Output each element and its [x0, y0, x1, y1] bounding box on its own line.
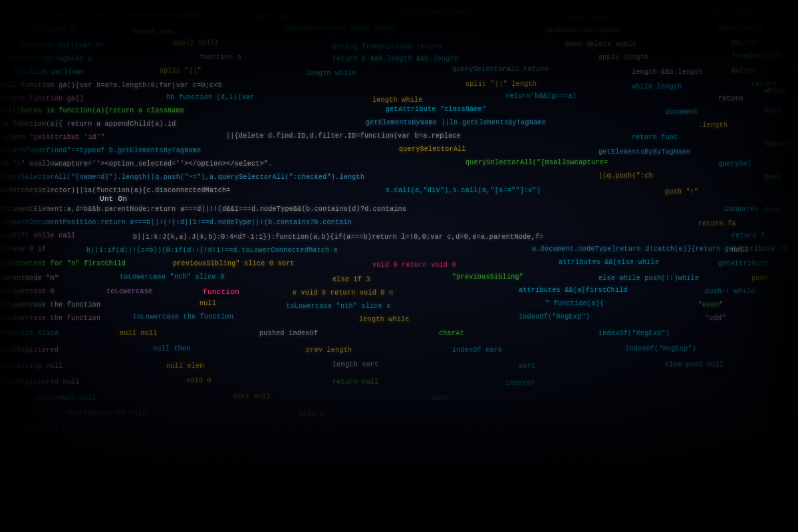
code-line: "odd" — [705, 314, 726, 323]
code-line: else while push(!!)while — [598, 274, 699, 283]
code-line: parentNode "n" — [0, 274, 59, 283]
code-line: return b &&b.length &&b.length — [332, 55, 458, 64]
code-line: previousSibling" slice 0 sort — [173, 259, 295, 269]
code-line: length while — [306, 69, 356, 78]
code-line: function ga(){var b= — [20, 41, 104, 51]
code-line: apply split — [253, 12, 295, 21]
code-line: apply length — [718, 24, 763, 33]
code-line: sort — [519, 362, 535, 371]
code-line: return — [718, 94, 743, 104]
code-line: function — [203, 287, 239, 297]
code-line: push "!" — [665, 188, 698, 197]
code-line: return — [765, 140, 790, 149]
code-line: return"undefined"!=typeof b.getElementsB… — [0, 146, 201, 156]
code-line: getElementsByTagName — [545, 27, 621, 35]
code-line: querySel — [718, 160, 751, 169]
code-line: indexOf("RegExp") — [598, 329, 670, 338]
code-line: length while — [359, 315, 410, 325]
code-line: void 0 return void 0 — [372, 261, 456, 270]
code-line: ||{delete d.find.ID,d.filter.ID=function… — [226, 132, 461, 141]
code-line: testString null — [0, 362, 63, 371]
code-line: attributes &&(a[firstChild — [519, 286, 628, 295]
code-line: null — [765, 106, 781, 116]
code-line: null elem — [166, 362, 204, 371]
code-line: apply length — [598, 53, 649, 63]
code-line: func — [765, 206, 781, 215]
code-line: testRegistered — [0, 346, 59, 355]
code-line: sort null — [233, 392, 271, 402]
code-line: return'b&&(g===a) — [505, 92, 577, 101]
code-line: getAttribute — [718, 259, 769, 269]
code-line: b||1:k:J(k,a).J(k,b):0:4<d?-1:1}):functi… — [133, 233, 544, 242]
code-line: return fa — [698, 219, 736, 229]
code-line: indexOf("RegExp") — [625, 344, 696, 354]
code-line: getElementsByTagName a — [0, 55, 92, 64]
code-line: querySelectorAll("[msallowcapture= — [466, 158, 608, 168]
code-line: toLowercase "nth" slice s — [286, 302, 391, 311]
code-line: String fromCharCode — [698, 9, 770, 18]
code-line: s.call(a,"div"),s.call(a,"[s!=""]:x") — [386, 186, 541, 196]
code-line: return function ga() — [0, 94, 84, 104]
code-line: return null — [332, 378, 378, 387]
code-line: documentElement:a,d=b&&b.parentNode;retu… — [0, 205, 406, 214]
code-text-layer: function(){var a=b.getElementsByTagNamea… — [0, 0, 798, 532]
code-line: push — [432, 394, 449, 403]
code-line: split "||" — [160, 66, 201, 76]
code-line: elem push null — [665, 360, 724, 370]
code-line: length &&b.length — [632, 68, 703, 77]
code-line: function ga(){var — [13, 68, 84, 77]
code-line: apply split — [173, 39, 219, 48]
code-line: null then — [153, 344, 191, 354]
code-line: null — [200, 299, 216, 309]
code-line: "previousSibling" — [452, 273, 523, 282]
code-line: "even" — [698, 301, 724, 310]
code-line: getElementsByByTagName — [598, 148, 691, 157]
code-background: function(){var a=b.getElementsByTagNamea… — [0, 0, 798, 532]
code-line: return "getAttribut 'id'" — [0, 133, 105, 142]
code-line: length test — [133, 28, 175, 37]
code-line: null null — [120, 329, 158, 338]
code-line: attributes ia function(a){return a class… — [0, 106, 184, 116]
code-line: attributes &&(else while — [559, 258, 659, 267]
code-line: toLowercase 0 — [0, 287, 55, 297]
code-line: compares — [725, 205, 758, 214]
code-line: byTagName a — [33, 25, 75, 34]
code-line: null function ga(){var b=a?a.length:0;fo… — [0, 81, 222, 90]
code-line: e void 0 return void 0 n — [293, 289, 393, 298]
code-line: toLowercase "nth" slice 0 — [120, 273, 225, 282]
code-line: testRegistered null — [66, 409, 146, 418]
code-line: toLowercase — [106, 287, 152, 297]
code-line: return func — [632, 133, 678, 142]
code-line: push delete apply — [565, 40, 636, 49]
code-line: String fromCharCode — [399, 8, 471, 17]
code-line: delete — [732, 66, 757, 76]
code-line: testRegistered null — [0, 378, 80, 387]
code-line: testLength null — [33, 394, 96, 403]
code-line: compareDocumentPosition:return a===b||!(… — [0, 218, 352, 227]
code-line: index0f — [505, 379, 535, 388]
code-line: erCase 0 if — [0, 245, 46, 254]
code-line: .length — [698, 121, 728, 130]
code-line: null — [732, 246, 748, 255]
code-line: toLowercase the function — [0, 314, 100, 323]
code-line: b||1:if(d||!(c=b)){0:if(d!!{!d!1!==d.toL… — [86, 246, 338, 255]
code-line: String fromCharCode return — [332, 43, 442, 52]
code-line: delete — [732, 39, 757, 48]
code-line: fromCharCode — [732, 52, 782, 61]
code-line: querySelectorAll return — [452, 65, 549, 74]
code-line: length sort — [332, 360, 378, 370]
code-line: function(){var a=b.getElementsByTagName — [53, 12, 201, 21]
code-line: ||q.push(":ch — [598, 172, 653, 181]
code-line: textContent for "n" firstChild — [0, 259, 126, 269]
code-line: pushed indexOf — [259, 329, 318, 338]
code-line: hb function (d,l){var — [166, 93, 254, 102]
code-line: querySelectorAll("[name=d]").length||q.p… — [0, 173, 364, 182]
code-line: return f — [732, 231, 765, 241]
code-line: length while — [372, 96, 423, 105]
code-line: charAt — [439, 329, 464, 338]
code-line: msMatchesSelector)||ia(function(a){c.dis… — [0, 186, 231, 196]
code-line: push — [765, 173, 781, 182]
code-line: querySelectorAll — [399, 145, 466, 154]
code-line: indexOf("RegExp") — [519, 313, 590, 322]
code-line: indexOf mark — [452, 346, 503, 355]
